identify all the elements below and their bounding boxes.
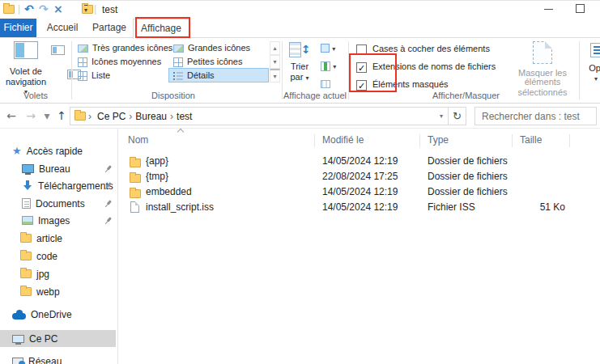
- tab-partage[interactable]: Partage: [86, 19, 133, 37]
- sidebar-item-label: Documents: [36, 198, 85, 210]
- quick-access-star-icon: ★: [12, 146, 22, 156]
- ribbon-divider: [0, 103, 600, 104]
- recent-locations-dropdown-icon[interactable]: ▾: [42, 108, 52, 124]
- file-size: 51 Ko: [512, 200, 565, 215]
- view-liste[interactable]: Liste: [78, 69, 110, 83]
- file-row-app[interactable]: {app} 14/05/2024 12:19 Dossier de fichie…: [121, 154, 600, 169]
- breadcrumb-ce-pc[interactable]: Ce PC: [94, 111, 129, 122]
- refresh-button[interactable]: ↻: [449, 107, 466, 125]
- hide-selected-items-button[interactable]: Masquer les éléments sélectionnés: [507, 41, 578, 97]
- hide-selected-label-1: Masquer les éléments: [507, 69, 578, 87]
- computer-icon: [12, 335, 24, 343]
- search-box[interactable]: [474, 107, 597, 125]
- sidebar-item-bureau[interactable]: Bureau: [0, 160, 116, 177]
- file-row-embedded[interactable]: embedded 14/05/2024 12:19 Dossier de fic…: [121, 184, 600, 200]
- navigation-pane-button[interactable]: Volet de navigation ▾: [3, 41, 49, 96]
- sort-by-button[interactable]: ↕ Trier par ▾: [283, 42, 316, 83]
- up-button[interactable]: ↑: [53, 108, 70, 124]
- sidebar-item-label: Téléchargements: [38, 180, 113, 192]
- sidebar-item-onedrive[interactable]: OneDrive: [0, 306, 116, 323]
- column-header-type[interactable]: Type: [428, 134, 449, 146]
- file-row-install-script[interactable]: install_script.iss 14/05/2024 12:19 Fich…: [121, 200, 600, 215]
- file-name[interactable]: install_script.iss: [146, 200, 214, 215]
- view-petites-icones[interactable]: Petites icônes: [173, 55, 242, 69]
- sidebar-item-code[interactable]: code: [0, 248, 116, 265]
- navigation-pane-label-2: navigation: [6, 77, 46, 87]
- navigation-pane-icon: [14, 41, 38, 59]
- small-icons-icon: [173, 57, 183, 67]
- breadcrumb-test[interactable]: test: [173, 111, 195, 122]
- sidebar-item-label: Ce PC: [29, 333, 57, 345]
- scroll-up-icon[interactable]: ▴: [270, 41, 280, 55]
- qat-customize-dropdown-icon[interactable]: ▾: [84, 5, 87, 14]
- sidebar-item-ce-pc[interactable]: Ce PC: [0, 330, 116, 347]
- details-view-icon: [173, 71, 183, 81]
- size-columns-button[interactable]: [321, 78, 330, 89]
- sidebar-item-jpg[interactable]: jpg: [0, 265, 116, 282]
- column-divider[interactable]: [419, 134, 420, 147]
- sidebar-item-acces-rapide[interactable]: ★ Accès rapide: [0, 142, 116, 159]
- sort-arrows-icon: ↕: [301, 43, 311, 56]
- breadcrumb-bureau[interactable]: Bureau: [132, 111, 170, 122]
- forward-button[interactable]: →: [23, 108, 39, 124]
- sidebar-item-label: Accès rapide: [27, 146, 83, 157]
- sidebar-item-label: Images: [38, 215, 70, 226]
- column-header-modifie-le[interactable]: Modifié le: [322, 134, 364, 146]
- sidebar-item-label: jpg: [36, 269, 49, 280]
- chevron-down-icon: ▾: [332, 45, 335, 53]
- layout-gallery-scrollbar[interactable]: ▴ ▾ ▾: [270, 41, 280, 83]
- file-type: Fichier ISS: [428, 200, 475, 215]
- sidebar-item-documents[interactable]: Documents: [0, 195, 116, 212]
- search-input[interactable]: [475, 108, 596, 125]
- maximize-button[interactable]: [576, 4, 585, 13]
- checkbox-label: Cases à cocher des éléments: [372, 44, 490, 53]
- download-icon: [22, 180, 33, 191]
- column-header-nom[interactable]: Nom: [128, 134, 148, 146]
- column-divider[interactable]: [512, 134, 513, 147]
- extra-large-icons-icon: [78, 44, 88, 53]
- sidebar-item-images[interactable]: Images: [0, 212, 116, 229]
- column-divider[interactable]: [314, 134, 315, 147]
- back-button[interactable]: ←: [3, 108, 19, 124]
- sidebar-item-article[interactable]: article: [0, 230, 116, 247]
- tab-fichier[interactable]: Fichier: [0, 19, 36, 37]
- options-icon: [590, 43, 600, 57]
- gallery-more-icon[interactable]: ▾: [270, 69, 280, 83]
- undo-icon[interactable]: ↶: [24, 2, 34, 15]
- column-header-taille[interactable]: Taille: [520, 134, 542, 146]
- pin-icon: [103, 198, 113, 209]
- sidebar-item-webp[interactable]: webp: [0, 283, 116, 300]
- scroll-down-icon[interactable]: ▾: [270, 55, 280, 69]
- view-tres-grandes-icones[interactable]: Très grandes icônes: [78, 41, 172, 55]
- sidebar-item-reseau[interactable]: Réseau: [0, 353, 116, 364]
- hidden-file-icon: [533, 41, 552, 64]
- options-label: Opt: [582, 64, 600, 73]
- address-dropdown-icon[interactable]: ▾: [440, 112, 443, 120]
- file-name[interactable]: embedded: [146, 184, 192, 200]
- file-row-tmp[interactable]: {tmp} 22/08/2024 17:25 Dossier de fichie…: [121, 169, 600, 184]
- sidebar-item-telechargements[interactable]: Téléchargements: [0, 177, 116, 194]
- view-details[interactable]: Détails: [173, 69, 215, 83]
- group-by-button[interactable]: ▾: [321, 42, 335, 53]
- file-name[interactable]: {tmp}: [146, 169, 168, 184]
- folder-icon: [20, 269, 32, 278]
- view-option-label: Très grandes icônes: [92, 43, 172, 53]
- large-icons-icon: [173, 44, 184, 53]
- options-button[interactable]: Opt ▾: [582, 43, 600, 83]
- chevron-down-icon: ▾: [333, 63, 336, 70]
- address-bar[interactable]: Ce PC Bureau test ▾: [70, 107, 449, 125]
- column-divider[interactable]: [569, 134, 570, 147]
- folder-icon: [20, 234, 32, 243]
- add-columns-button[interactable]: ▾: [321, 60, 336, 71]
- view-grandes-icones[interactable]: Grandes icônes: [173, 41, 250, 55]
- breadcrumb-chevron-icon[interactable]: [86, 111, 94, 122]
- file-name[interactable]: {app}: [146, 154, 168, 169]
- redo-icon[interactable]: ↷: [39, 2, 49, 15]
- preview-pane-button[interactable]: [51, 45, 65, 55]
- delete-icon[interactable]: ×: [53, 2, 63, 15]
- tab-accueil[interactable]: Accueil: [39, 19, 86, 37]
- view-icones-moyennes[interactable]: Icônes moyennes: [78, 55, 161, 69]
- file-modified: 14/05/2024 12:19: [322, 184, 398, 200]
- sort-table-icon: [289, 42, 301, 57]
- minimize-button[interactable]: [544, 9, 553, 10]
